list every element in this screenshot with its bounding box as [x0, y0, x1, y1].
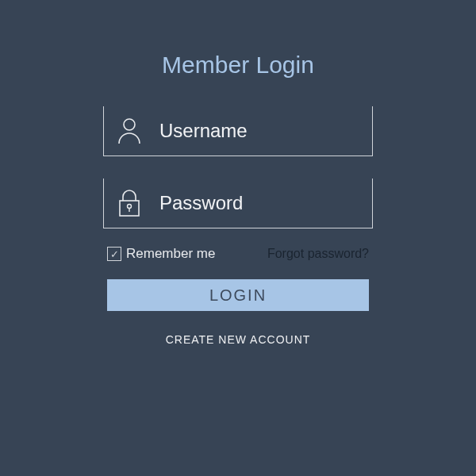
remember-me[interactable]: ✓ Remember me: [107, 246, 215, 262]
svg-point-2: [128, 205, 132, 209]
lock-icon: [113, 190, 145, 217]
page-title: Member Login: [91, 52, 385, 79]
password-label: Password: [159, 192, 243, 214]
forgot-password-link[interactable]: Forgot password?: [267, 247, 369, 261]
login-form: Member Login Username Password ✓ Remembe…: [91, 52, 385, 346]
login-button[interactable]: LOGIN: [107, 279, 369, 311]
create-account-link[interactable]: CREATE NEW ACCOUNT: [91, 333, 385, 346]
svg-point-0: [124, 119, 135, 130]
options-row: ✓ Remember me Forgot password?: [91, 246, 385, 262]
password-field[interactable]: Password: [103, 178, 373, 228]
remember-label: Remember me: [126, 246, 215, 262]
checkbox-icon: ✓: [107, 247, 121, 261]
user-icon: [113, 117, 145, 144]
username-field[interactable]: Username: [103, 106, 373, 156]
username-label: Username: [159, 120, 248, 142]
